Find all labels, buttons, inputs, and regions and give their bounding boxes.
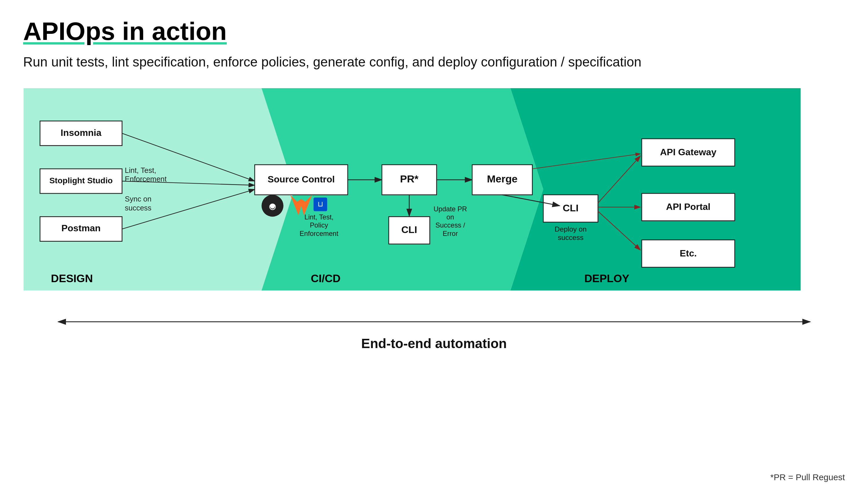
stoplight-label: Stoplight Studio: [50, 176, 113, 185]
anno-lint-policy3: Enforcement: [300, 230, 338, 237]
diagram-svg: DESIGN CI/CD DEPLOY Insomnia Stoplight S…: [23, 88, 845, 340]
footnote: *PR = Pull Reguest: [770, 473, 845, 482]
anno-lint-policy1: Lint, Test,: [305, 214, 334, 221]
deploy-label: DEPLOY: [584, 272, 629, 285]
cli-deploy-label: CLI: [563, 202, 579, 213]
annotation-lint: Lint, Test,: [125, 166, 156, 174]
merge-label: Merge: [487, 173, 518, 185]
source-control-label: Source Control: [268, 174, 335, 185]
anno-deploy2: success: [558, 233, 583, 241]
design-label: DESIGN: [51, 272, 93, 285]
svg-text:⊔: ⊔: [318, 200, 323, 207]
anno-update-pr3: Success /: [436, 222, 465, 229]
postman-label: Postman: [61, 223, 101, 233]
diagram: DESIGN CI/CD DEPLOY Insomnia Stoplight S…: [23, 88, 845, 354]
anno-update-pr1: Update PR: [434, 205, 467, 213]
api-gateway-label: API Gateway: [660, 147, 716, 157]
annotation-sync1: Sync on: [125, 195, 151, 203]
automation-section: End-to-end automation: [23, 313, 845, 351]
page-title: APIOps in action: [23, 18, 845, 45]
svg-text:⊙: ⊙: [269, 201, 277, 212]
page-subtitle: Run unit tests, lint specification, enfo…: [23, 54, 845, 71]
page: APIOps in action Run unit tests, lint sp…: [0, 0, 868, 488]
automation-label: End-to-end automation: [23, 336, 845, 351]
anno-deploy1: Deploy on: [555, 225, 587, 233]
anno-lint-policy2: Policy: [310, 222, 328, 229]
annotation-sync2: success: [125, 203, 151, 212]
anno-update-pr4: Error: [443, 230, 458, 237]
cli-cicd-label: CLI: [401, 224, 417, 235]
pr-label: PR*: [400, 173, 418, 185]
cicd-label: CI/CD: [311, 272, 340, 285]
automation-arrow-svg: [44, 313, 825, 330]
api-portal-label: API Portal: [666, 201, 711, 212]
anno-update-pr2: on: [446, 214, 454, 221]
insomnia-label: Insomnia: [61, 128, 102, 138]
etc-label: Etc.: [680, 248, 697, 258]
